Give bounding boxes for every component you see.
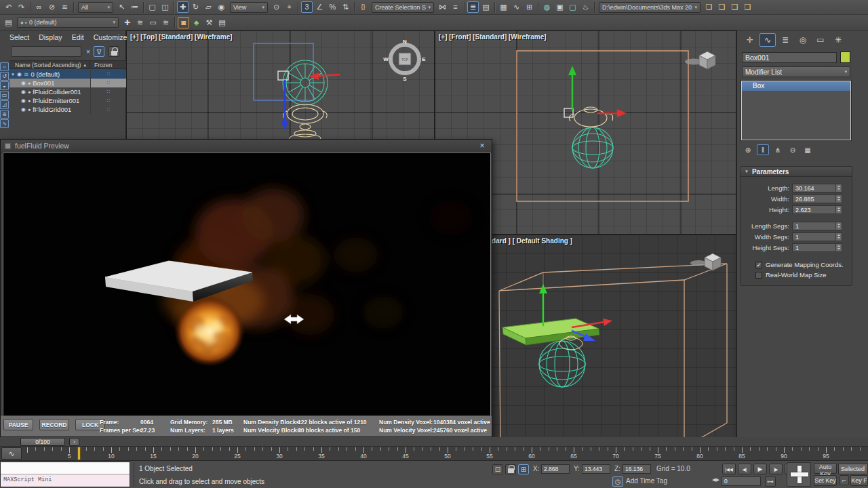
frozen-toggle-icon[interactable]: ∷: [90, 79, 126, 87]
key-filters-button[interactable]: Key F: [850, 475, 868, 486]
time-slider-marker[interactable]: [77, 447, 81, 460]
redo-icon[interactable]: ↷: [16, 1, 27, 13]
explorer-object-name[interactable]: ◉●fFluidGrid001: [9, 105, 90, 114]
select-and-scale-icon[interactable]: ▱: [203, 1, 214, 13]
expand-caret-icon[interactable]: ▼: [11, 73, 15, 77]
show-end-result-icon[interactable]: ‖: [757, 144, 769, 155]
remove-modifier-icon[interactable]: ⊖: [787, 144, 799, 155]
select-by-name-icon[interactable]: ≔: [129, 1, 140, 13]
track-bar[interactable]: 5101520253035404550556065707580859095 ∿: [0, 447, 868, 461]
go-to-start-button[interactable]: |◀◀: [722, 464, 736, 474]
set-key-button[interactable]: Set Key: [814, 475, 837, 486]
object-color-swatch[interactable]: [840, 52, 850, 63]
frozen-toggle-icon[interactable]: ∷: [90, 70, 126, 79]
explorer-column-headers[interactable]: Name (Sorted Ascending)▲ Frozen: [9, 60, 126, 69]
make-unique-icon[interactable]: ⋔: [772, 144, 784, 155]
hierarchy-tab-icon[interactable]: ≣: [777, 33, 793, 47]
workspace-icon-2[interactable]: ❏: [716, 1, 728, 13]
explorer-row-fFluidGrid001[interactable]: ◉●fFluidGrid001∷: [9, 105, 126, 114]
viewport-label-front[interactable]: [+] [Front] [Standard] [Wireframe]: [439, 33, 547, 41]
toggle-layer-explorer-icon[interactable]: ▤: [480, 1, 492, 13]
z-coord-field[interactable]: 16.136: [623, 464, 651, 474]
workspace-icon-4[interactable]: ❏: [742, 1, 753, 13]
parameter-field[interactable]: 1: [792, 222, 842, 230]
rendered-frame-window-icon[interactable]: ▢: [567, 1, 578, 13]
time-slider-next-nub[interactable]: ›: [69, 438, 79, 446]
modifier-stack-entry-box[interactable]: Box: [742, 81, 850, 91]
rectangular-selection-region-icon[interactable]: ▢: [146, 1, 158, 13]
select-object-icon[interactable]: ↖: [116, 1, 127, 13]
explorer-object-name[interactable]: ◉●fFluidCollider001: [9, 87, 90, 96]
auto-key-button[interactable]: Auto Key: [814, 463, 837, 474]
toggle-scene-explorer-icon[interactable]: ≣: [467, 1, 479, 13]
snaps-toggle-icon[interactable]: 3: [301, 1, 313, 13]
absolute-mode-icon[interactable]: ⊞: [518, 464, 529, 474]
spinner[interactable]: [835, 184, 842, 192]
render-production-icon[interactable]: ♨: [580, 1, 591, 13]
layer-manager-icon[interactable]: ▤: [3, 17, 14, 28]
window-crossing-icon[interactable]: ◫: [159, 1, 171, 13]
spinner[interactable]: [835, 222, 842, 230]
pin-stack-icon[interactable]: ⊕: [742, 144, 754, 155]
preview-render-canvas[interactable]: [3, 152, 491, 417]
set-keys-button-with-cursor[interactable]: [787, 462, 811, 487]
key-mode-toggle-icon[interactable]: ⊶: [765, 476, 776, 487]
object-name-field[interactable]: Box001: [742, 52, 837, 63]
modifier-list-dropdown[interactable]: Modifier List ▾: [742, 66, 850, 77]
parameter-field[interactable]: 1: [792, 232, 842, 241]
plugin-toolbar-icon[interactable]: ◙: [178, 17, 189, 28]
time-tag-clock-icon[interactable]: ◷: [612, 476, 623, 487]
explorer-object-name[interactable]: ◉●Box001: [9, 79, 90, 87]
list-view-icon[interactable]: ▤: [216, 17, 228, 28]
y-coord-field[interactable]: 13.443: [582, 464, 610, 474]
close-icon[interactable]: ×: [477, 141, 488, 150]
checkbox-real-world-map-size[interactable]: Real-World Map Size: [755, 270, 852, 280]
display-tab-icon[interactable]: ▭: [812, 33, 829, 47]
explorer-menu-select[interactable]: Select: [9, 33, 29, 41]
bind-to-space-warp-icon[interactable]: ≋: [59, 1, 71, 13]
visibility-eye-icon[interactable]: ◉: [21, 80, 26, 86]
percent-snap-toggle-icon[interactable]: %: [327, 1, 338, 13]
add-selection-to-current-layer-icon[interactable]: ≋: [134, 17, 146, 28]
align-icon[interactable]: ≡: [450, 1, 461, 13]
parameters-rollout-header[interactable]: ▼ Parameters: [741, 167, 852, 177]
mini-curve-editor-button[interactable]: ∿: [1, 447, 22, 460]
clear-search-icon[interactable]: ×: [83, 46, 94, 57]
explorer-row-0 (default)[interactable]: ▼◉≋0 (default)∷: [9, 70, 126, 79]
select-objects-in-current-layer-icon[interactable]: ▭: [147, 17, 159, 28]
selection-filter-dropdown[interactable]: All▾: [78, 2, 113, 13]
current-frame-field[interactable]: 0: [722, 476, 761, 486]
isolate-selection-icon[interactable]: ⊡: [492, 464, 503, 474]
frozen-toggle-icon[interactable]: ∷: [90, 87, 126, 96]
parameter-field[interactable]: 30.164: [792, 184, 842, 192]
workspace-icon-3[interactable]: ❏: [729, 1, 741, 13]
tools-icon[interactable]: ⚒: [203, 17, 215, 28]
preview-title-bar[interactable]: fuelFluid Preview ×: [1, 140, 492, 152]
frozen-toggle-icon[interactable]: ∷: [90, 96, 126, 105]
visibility-eye-icon[interactable]: ◉: [17, 71, 22, 77]
maxscript-recorder-row[interactable]: MAXScript Mini: [1, 474, 130, 487]
select-and-rotate-icon[interactable]: ↻: [190, 1, 201, 13]
add-time-tag[interactable]: Add Time Tag: [626, 477, 667, 485]
explorer-menu-customize[interactable]: Customize: [94, 33, 127, 41]
next-frame-button[interactable]: |▶: [769, 464, 783, 474]
named-selection-sets-dropdown[interactable]: Create Selection Se▾: [372, 2, 434, 13]
x-coord-field[interactable]: 2.868: [541, 464, 570, 474]
lock-explorer-icon[interactable]: [108, 46, 119, 57]
utilities-tab-icon[interactable]: ✳: [830, 33, 846, 47]
explorer-menu-display[interactable]: Display: [39, 33, 62, 41]
lock-selection-icon[interactable]: [505, 464, 516, 474]
modify-tab-icon[interactable]: ∿: [760, 33, 776, 47]
create-new-layer-icon[interactable]: ✚: [121, 17, 133, 28]
workspace-icon-1[interactable]: ❏: [703, 1, 715, 13]
populate-icon[interactable]: ♣: [191, 17, 202, 28]
fluid-preview-window[interactable]: fuelFluid Preview ×: [0, 139, 492, 437]
checkbox-generate-mapping-coords-[interactable]: ✓Generate Mapping Coords.: [755, 260, 852, 270]
parameter-field[interactable]: 26.885: [792, 195, 842, 203]
maxscript-listener-row[interactable]: [1, 462, 130, 474]
viewport-label-top[interactable]: [+] [Top] [Standard] [Wireframe]: [130, 33, 233, 41]
spinner-snap-toggle-icon[interactable]: ⇅: [340, 1, 351, 13]
explorer-menu-edit[interactable]: Edit: [72, 33, 84, 41]
use-pivot-point-center-icon[interactable]: ⊙: [271, 1, 282, 13]
select-and-link-icon[interactable]: ∞: [33, 1, 45, 13]
